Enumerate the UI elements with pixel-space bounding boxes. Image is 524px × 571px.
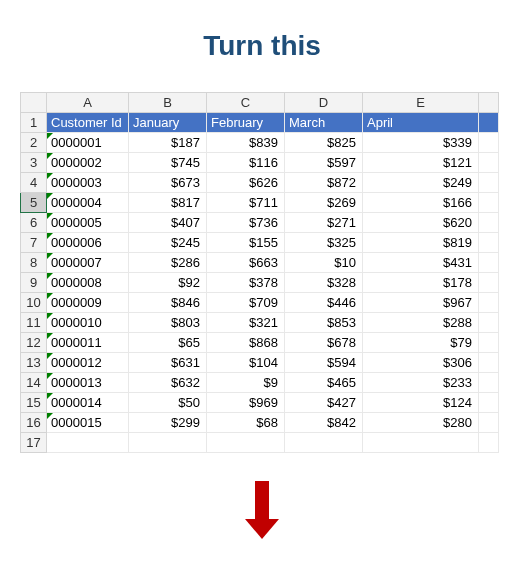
cell-customer-id[interactable]: 0000010	[47, 313, 129, 333]
cell-april[interactable]: $431	[363, 253, 479, 273]
cell-february[interactable]: $321	[207, 313, 285, 333]
row-header[interactable]: 9	[21, 273, 47, 293]
header-march[interactable]: March	[285, 113, 363, 133]
cell-january[interactable]: $846	[129, 293, 207, 313]
cell-february[interactable]: $711	[207, 193, 285, 213]
cell-february[interactable]: $68	[207, 413, 285, 433]
cell-february[interactable]: $155	[207, 233, 285, 253]
cell-customer-id[interactable]: 0000003	[47, 173, 129, 193]
cell-customer-id[interactable]: 0000005	[47, 213, 129, 233]
cell-april[interactable]: $233	[363, 373, 479, 393]
cell-blank[interactable]	[479, 393, 499, 413]
cell-march[interactable]: $427	[285, 393, 363, 413]
cell-march[interactable]: $269	[285, 193, 363, 213]
cell-customer-id[interactable]: 0000006	[47, 233, 129, 253]
cell-customer-id[interactable]: 0000015	[47, 413, 129, 433]
cell-blank[interactable]	[479, 133, 499, 153]
cell-february[interactable]: $626	[207, 173, 285, 193]
cell-april[interactable]: $249	[363, 173, 479, 193]
row-header[interactable]: 4	[21, 173, 47, 193]
cell-blank[interactable]	[479, 413, 499, 433]
cell-february[interactable]: $868	[207, 333, 285, 353]
cell-march[interactable]: $872	[285, 173, 363, 193]
cell-march[interactable]: $825	[285, 133, 363, 153]
cell-blank[interactable]	[479, 273, 499, 293]
cell-january[interactable]: $631	[129, 353, 207, 373]
cell-blank[interactable]	[479, 253, 499, 273]
cell-blank[interactable]	[479, 333, 499, 353]
cell-march[interactable]: $10	[285, 253, 363, 273]
col-header-d[interactable]: D	[285, 93, 363, 113]
cell-april[interactable]: $79	[363, 333, 479, 353]
cell-blank[interactable]	[479, 313, 499, 333]
col-header-e[interactable]: E	[363, 93, 479, 113]
cell-february[interactable]: $378	[207, 273, 285, 293]
cell[interactable]	[129, 433, 207, 453]
row-header[interactable]: 2	[21, 133, 47, 153]
cell-january[interactable]: $632	[129, 373, 207, 393]
cell-january[interactable]: $299	[129, 413, 207, 433]
cell-april[interactable]: $166	[363, 193, 479, 213]
cell-customer-id[interactable]: 0000002	[47, 153, 129, 173]
row-header[interactable]: 15	[21, 393, 47, 413]
cell-customer-id[interactable]: 0000008	[47, 273, 129, 293]
cell-april[interactable]: $819	[363, 233, 479, 253]
row-header[interactable]: 3	[21, 153, 47, 173]
cell-blank[interactable]	[479, 373, 499, 393]
cell-january[interactable]: $407	[129, 213, 207, 233]
col-header-b[interactable]: B	[129, 93, 207, 113]
cell-january[interactable]: $50	[129, 393, 207, 413]
cell[interactable]	[285, 433, 363, 453]
cell-blank[interactable]	[479, 113, 499, 133]
col-header-a[interactable]: A	[47, 93, 129, 113]
select-all-corner[interactable]	[21, 93, 47, 113]
cell-march[interactable]: $271	[285, 213, 363, 233]
cell-customer-id[interactable]: 0000014	[47, 393, 129, 413]
cell-blank[interactable]	[479, 213, 499, 233]
cell-february[interactable]: $709	[207, 293, 285, 313]
cell-blank[interactable]	[479, 233, 499, 253]
cell-march[interactable]: $853	[285, 313, 363, 333]
row-header[interactable]: 8	[21, 253, 47, 273]
cell-january[interactable]: $65	[129, 333, 207, 353]
cell-april[interactable]: $124	[363, 393, 479, 413]
cell-blank[interactable]	[479, 353, 499, 373]
cell[interactable]	[479, 433, 499, 453]
row-header[interactable]: 11	[21, 313, 47, 333]
cell-march[interactable]: $325	[285, 233, 363, 253]
row-header[interactable]: 1	[21, 113, 47, 133]
cell-january[interactable]: $803	[129, 313, 207, 333]
row-header[interactable]: 12	[21, 333, 47, 353]
cell-february[interactable]: $839	[207, 133, 285, 153]
cell-march[interactable]: $597	[285, 153, 363, 173]
col-header-c[interactable]: C	[207, 93, 285, 113]
cell-april[interactable]: $288	[363, 313, 479, 333]
cell-april[interactable]: $280	[363, 413, 479, 433]
row-header[interactable]: 7	[21, 233, 47, 253]
cell-march[interactable]: $842	[285, 413, 363, 433]
cell-april[interactable]: $339	[363, 133, 479, 153]
cell-blank[interactable]	[479, 153, 499, 173]
header-january[interactable]: January	[129, 113, 207, 133]
cell[interactable]	[363, 433, 479, 453]
cell-january[interactable]: $92	[129, 273, 207, 293]
cell-april[interactable]: $178	[363, 273, 479, 293]
cell-march[interactable]: $594	[285, 353, 363, 373]
row-header[interactable]: 14	[21, 373, 47, 393]
col-header-blank[interactable]	[479, 93, 499, 113]
row-header[interactable]: 16	[21, 413, 47, 433]
cell-january[interactable]: $187	[129, 133, 207, 153]
cell-february[interactable]: $9	[207, 373, 285, 393]
cell-january[interactable]: $245	[129, 233, 207, 253]
header-april[interactable]: April	[363, 113, 479, 133]
cell-february[interactable]: $969	[207, 393, 285, 413]
cell-customer-id[interactable]: 0000007	[47, 253, 129, 273]
cell-april[interactable]: $306	[363, 353, 479, 373]
cell-march[interactable]: $446	[285, 293, 363, 313]
cell-january[interactable]: $673	[129, 173, 207, 193]
cell-customer-id[interactable]: 0000004	[47, 193, 129, 213]
cell-customer-id[interactable]: 0000011	[47, 333, 129, 353]
cell-blank[interactable]	[479, 193, 499, 213]
row-header[interactable]: 13	[21, 353, 47, 373]
cell-april[interactable]: $967	[363, 293, 479, 313]
